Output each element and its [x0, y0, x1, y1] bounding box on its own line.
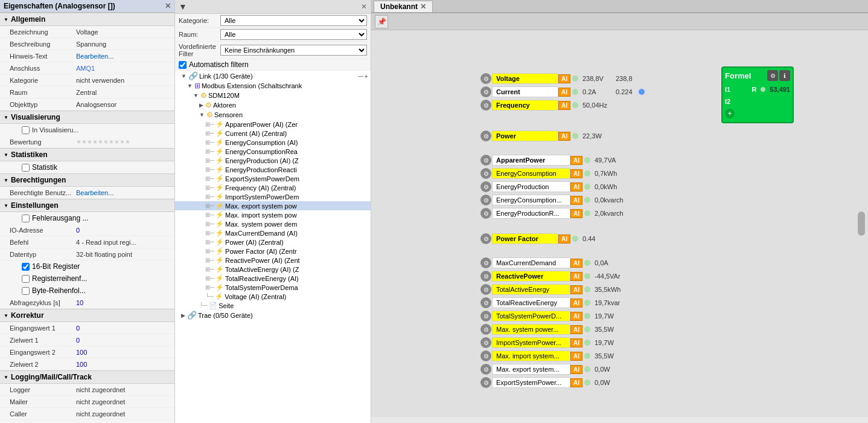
filter-kategorie-row: Kategorie: Alle	[175, 14, 371, 28]
current-gear[interactable]: ⚙	[480, 86, 491, 97]
tree-item-reactivepower[interactable]: ⊞─ ⚡ ReactivePower (AI) (Zent	[175, 256, 371, 265]
filter-kategorie-select[interactable]: Alle	[220, 15, 367, 26]
apparent-gear[interactable]: ⚙	[480, 155, 491, 166]
auto-filter-checkbox[interactable]	[179, 61, 187, 69]
power-gear[interactable]: ⚙	[480, 131, 491, 141]
tree-item-energyproduction[interactable]: ⊞─ ⚡ EnergyProduction (AI) (Z	[175, 156, 371, 165]
link-expand-btn[interactable]: +	[365, 73, 368, 80]
maxsystem-gear[interactable]: ⚙	[480, 324, 491, 335]
totalactive-gear[interactable]: ⚙	[480, 284, 491, 295]
prop-byte-reihenf: Byte-Reihenfol...	[0, 285, 174, 297]
tree-item-maxcurrent[interactable]: ⊞─ ⚡ MaxCurrentDemand (AI)	[175, 228, 371, 237]
statistik-checkbox[interactable]	[22, 164, 30, 172]
tree-item-voltage[interactable]: └─ ⚡ Voltage (AI) (Zentral)	[175, 292, 371, 301]
canvas-pin-btn[interactable]: 📌	[375, 15, 388, 28]
totalactive-row: ⚙ TotalActiveEnergy AI 35,5kWh	[480, 283, 623, 295]
registerreihenf-checkbox[interactable]	[22, 275, 30, 283]
power-ai-badge: AI	[558, 132, 570, 141]
prop-statistik: Statistik	[0, 161, 174, 173]
filter-icon: ▼	[179, 2, 187, 11]
filter-vordefiniert-select[interactable]: Keine Einschränkungen	[220, 45, 367, 56]
left-panel-close[interactable]: ✕	[165, 2, 171, 10]
prop-io-adresse: IO-Adresse 0	[0, 224, 174, 236]
tree-item-apparent[interactable]: ⊞─ ⚡ ApparentPower (AI) (Zer	[175, 120, 371, 129]
formel-add-btn[interactable]: +	[725, 109, 735, 118]
reactivepower-value: -44,5VAr	[592, 273, 623, 280]
totalreactive-ai: AI	[570, 299, 582, 308]
tree-item-frequency[interactable]: ⊞─ ⚡ Frequency (AI) (Zentral)	[175, 183, 371, 192]
filter-raum-select[interactable]: Alle	[220, 29, 367, 40]
tree-item-current[interactable]: ⊞─ ⚡ Current (AI) (Zentral)	[175, 129, 371, 138]
exportsystem-ai: AI	[570, 378, 582, 387]
powerfactor-ai: AI	[558, 234, 570, 244]
bottom-nodes: ⚙ MaxCurrentDemand AI 0,0A ⚙ ReactivePow…	[480, 257, 623, 389]
tree-item-totalsystem[interactable]: ⊞─ ⚡ TotalSystemPowerDema	[175, 283, 371, 292]
econsumption2-value: 0,0kvarch	[592, 196, 626, 204]
tree-item-importsystem[interactable]: ⊞─ ⚡ ImportSystemPowerDem	[175, 192, 371, 201]
eproduction-gear[interactable]: ⚙	[480, 181, 491, 192]
voltage-gear[interactable]: ⚙	[480, 73, 491, 84]
voltage-name: Voltage	[492, 73, 558, 84]
maxexport-value: 0,0W	[592, 366, 613, 373]
eproductionr-ai: AI	[570, 209, 582, 218]
tree-item-maxexport[interactable]: ⊞─ ⚡ Max. export system pow	[175, 201, 371, 210]
totalsystem-gear[interactable]: ⚙	[480, 311, 491, 321]
filter-vordefiniert-row: Vordefinierte Filter Keine Einschränkung…	[175, 42, 371, 59]
tree-item-modbus[interactable]: ▼ ⊞ Modbus Extension (Schaltschrank	[175, 81, 371, 91]
link-collapse-btn[interactable]: ─	[359, 73, 363, 80]
tree-item-energyconsumptionrea[interactable]: ⊞─ ⚡ EnergyConsumptionRea	[175, 147, 371, 156]
16bit-checkbox[interactable]	[22, 263, 30, 271]
tree-item-maxsystem[interactable]: ⊞─ ⚡ Max. system power dem	[175, 219, 371, 228]
prop-16bit: 16-Bit Register	[0, 260, 174, 273]
middle-close-btn[interactable]: ✕	[361, 2, 367, 11]
formel-value: 53,491	[770, 86, 790, 93]
econsumption2-gear[interactable]: ⚙	[480, 195, 491, 205]
tab-close-btn[interactable]: ✕	[420, 2, 426, 11]
econsumption2-dot	[584, 197, 590, 203]
frequency-gear[interactable]: ⚙	[480, 100, 491, 111]
scroll-handle[interactable]	[858, 212, 865, 236]
econsumption-gear[interactable]: ⚙	[480, 168, 491, 179]
reactivepower-dot	[584, 273, 590, 279]
maxexport-row: ⚙ Max. export system... AI 0,0W	[480, 363, 623, 375]
tree-item-totalreactive[interactable]: ⊞─ ⚡ TotalReactiveEnergy (AI)	[175, 274, 371, 283]
powerfactor-value: 0.44	[580, 235, 598, 242]
maximport-gear[interactable]: ⚙	[480, 350, 491, 361]
eproductionr-dot	[584, 210, 590, 216]
canvas-toolbar: 📌	[371, 13, 868, 30]
eproduction-row: ⚙ EnergyProduction AI 0,0kWh	[480, 181, 626, 193]
voltage-row: ⚙ Voltage AI 238,8V 238,8	[480, 73, 646, 85]
tree-item-aktoren[interactable]: ▶ ⚙ Aktoren	[175, 100, 371, 110]
tree-item-exportsystem[interactable]: ⊞─ ⚡ ExportSystemPowerDem	[175, 174, 371, 183]
frequency-row: ⚙ Frequency AI 50,04Hz	[480, 99, 646, 111]
fehlerausgang-checkbox[interactable]	[22, 215, 30, 222]
tree-item-totalactive[interactable]: ⊞─ ⚡ TotalActiveEnergy (AI) (Z	[175, 265, 371, 274]
importsystem-gear[interactable]: ⚙	[480, 337, 491, 348]
eproductionr-gear[interactable]: ⚙	[480, 208, 491, 219]
tree-item-power[interactable]: ⊞─ ⚡ Power (AI) (Zentral)	[175, 237, 371, 247]
maxcurrent-gear[interactable]: ⚙	[480, 257, 491, 268]
tree-item-maximport[interactable]: ⊞─ ⚡ Max. import system pow	[175, 210, 371, 219]
in-visualisierung-checkbox[interactable]	[22, 126, 30, 134]
tree-item-energyconsumption[interactable]: ⊞─ ⚡ EnergyConsumption (AI)	[175, 138, 371, 147]
maxexport-gear[interactable]: ⚙	[480, 364, 491, 375]
exportsystem-gear[interactable]: ⚙	[480, 377, 491, 388]
formel-info-btn[interactable]: ℹ	[779, 70, 790, 81]
formel-gear-btn[interactable]: ⚙	[767, 70, 778, 81]
tree-item-powerfactor[interactable]: ⊞─ ⚡ Power Factor (AI) (Zentr	[175, 247, 371, 256]
apparent-group: ⚙ ApparentPower AI 49,7VA ⚙ EnergyConsum…	[480, 154, 626, 219]
tree-item-sensoren[interactable]: ▼ ⚙ Sensoren	[175, 110, 371, 120]
totalreactive-gear[interactable]: ⚙	[480, 297, 491, 308]
tree-item-trae[interactable]: ▶ 🔗 Trae (0/50 Geräte)	[175, 310, 371, 320]
powerfactor-gear[interactable]: ⚙	[480, 233, 491, 244]
tree-item-energyproductionreacti[interactable]: ⊞─ ⚡ EnergyProductionReacti	[175, 165, 371, 174]
reactivepower-gear[interactable]: ⚙	[480, 271, 491, 282]
tree-item-seite[interactable]: └─ 📄 Seite	[175, 301, 371, 310]
formel-block: Formel ⚙ ℹ I1 R 53,491 I2 +	[721, 66, 794, 123]
maxsystem-name: Max. system power...	[492, 324, 570, 335]
byte-reihenf-checkbox[interactable]	[22, 287, 30, 295]
tree-item-sdm[interactable]: ▼ ⚙ SDM120M	[175, 91, 371, 100]
tab-unbekannt[interactable]: Unbekannt ✕	[374, 1, 433, 12]
current-value1: 0.2A	[580, 88, 613, 95]
tree-item-link[interactable]: ▼ 🔗 Link (1/30 Geräte) ─ +	[175, 71, 371, 81]
